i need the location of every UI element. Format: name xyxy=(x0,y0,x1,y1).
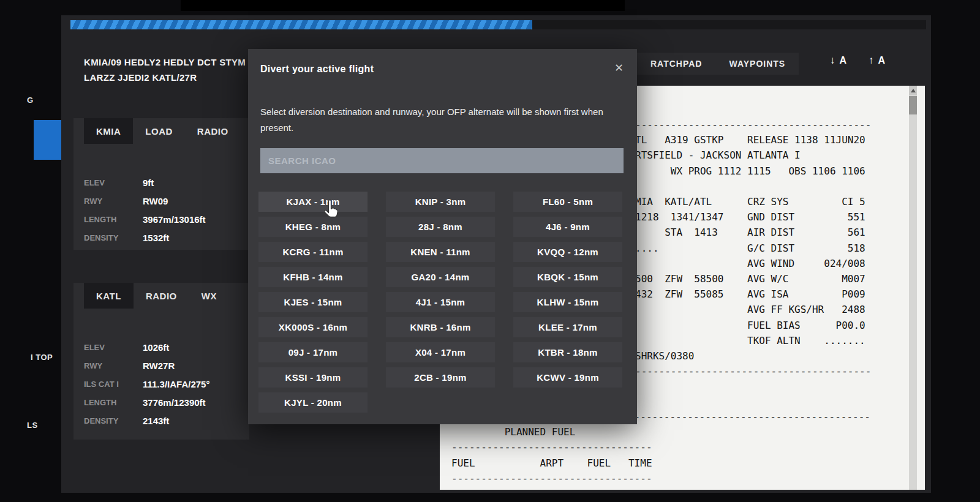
sidebar-item-fragment[interactable]: I TOP xyxy=(31,353,53,362)
ofp-text-line: ---------------------------------- xyxy=(451,440,870,455)
ofp-text-line: FUEL ARPT FUEL TIME xyxy=(451,455,870,471)
ofp-view-tabs: RATCHPAD WAYPOINTS xyxy=(637,53,799,75)
divert-airport-button[interactable]: KSSI - 19nm xyxy=(258,367,368,388)
ofp-text-line xyxy=(635,179,871,194)
divert-airport-button[interactable]: 28J - 8nm xyxy=(386,217,495,237)
divert-airport-button[interactable]: KJAX - 1nm xyxy=(258,192,368,212)
info-value: RW09 xyxy=(143,196,168,206)
origin-airport-info: ELEV 9ft RWY RW09 LENGTH 3967m/13016ft D… xyxy=(74,173,249,247)
ofp-text-line: SHRKS/0380 xyxy=(635,348,871,364)
ofp-text-line: ---------------------------------------- xyxy=(635,364,871,379)
info-row: ILS CAT I 111.3/IAFA/275° xyxy=(84,375,249,393)
divert-airport-button[interactable]: 4J1 - 15nm xyxy=(386,292,495,312)
info-value: 1026ft xyxy=(143,342,169,353)
divert-airport-button[interactable]: KHEG - 8nm xyxy=(258,217,368,237)
tab-scratchpad[interactable]: RATCHPAD xyxy=(637,53,715,75)
divert-airport-button[interactable]: GA20 - 14nm xyxy=(386,267,495,287)
info-label: LENGTH xyxy=(84,215,143,224)
ofp-header-block: ----------------------------------------… xyxy=(635,117,871,379)
ofp-text-line: WX PROG 1112 1115 OBS 1106 1106 xyxy=(635,163,871,179)
ofp-text-line: AVG FF KGS/HR 2488 xyxy=(635,302,871,317)
ofp-text-line: TL A319 GSTKP RELEASE 1138 11JUN20 xyxy=(635,132,871,148)
divert-airport-button[interactable]: XK000S - 16nm xyxy=(258,317,368,337)
scrollbar-thumb[interactable] xyxy=(909,96,917,114)
tab-radio[interactable]: RADIO xyxy=(185,118,241,144)
info-label: ELEV xyxy=(84,343,143,352)
font-letter: A xyxy=(878,55,886,66)
flight-route: KMIA/09 HEDLY2 HEDLY DCT STYM LARZZ JJED… xyxy=(84,54,246,85)
close-icon[interactable]: ✕ xyxy=(614,61,624,75)
info-value: 111.3/IAFA/275° xyxy=(143,379,209,389)
tab-wx[interactable]: WX xyxy=(189,283,229,309)
ofp-text-line: STA 1413 AIR DIST 561 xyxy=(635,225,871,240)
arrow-up-icon: ↑ xyxy=(869,54,874,67)
divert-airport-button[interactable]: FL60 - 5nm xyxy=(513,192,622,212)
info-label: DENSITY xyxy=(84,233,143,242)
destination-panel-tabs: KATL RADIO WX xyxy=(74,283,249,309)
tab-katl[interactable]: KATL xyxy=(84,283,134,309)
origin-panel-tabs: KMIA LOAD RADIO xyxy=(74,118,249,144)
divert-airport-button[interactable]: 2CB - 19nm xyxy=(386,367,495,388)
info-row: ELEV 1026ft xyxy=(84,338,249,356)
decrease-font-button[interactable]: ↓ A xyxy=(830,54,846,67)
info-row: RWY RW09 xyxy=(84,192,249,210)
ofp-text-line: .... G/C DIST 518 xyxy=(635,241,871,256)
flight-progress-bar xyxy=(70,20,926,29)
divert-airport-button[interactable]: KLHW - 15nm xyxy=(513,292,622,312)
divert-airport-button[interactable]: KBQK - 15nm xyxy=(513,267,622,287)
divert-airport-button[interactable]: 4J6 - 9nm xyxy=(513,217,622,237)
top-bar-inset xyxy=(181,0,625,11)
tab-radio[interactable]: RADIO xyxy=(134,283,189,309)
modal-description: Select diversion destination and runway,… xyxy=(260,104,620,136)
font-size-controls: ↓ A ↑ A xyxy=(830,54,885,67)
triangle-up-icon xyxy=(911,89,916,92)
ofp-scrollbar[interactable] xyxy=(909,86,917,490)
info-value: 3776m/12390ft xyxy=(143,397,206,408)
info-value: 2143ft xyxy=(143,416,169,426)
sidebar-item-fragment[interactable]: LS xyxy=(27,421,38,430)
info-row: RWY RW27R xyxy=(84,356,249,375)
route-line-1: KMIA/09 HEDLY2 HEDLY DCT STYM xyxy=(84,54,246,70)
info-label: RWY xyxy=(84,361,143,370)
destination-airport-panel: KATL RADIO WX ELEV 1026ft RWY RW27R ILS … xyxy=(74,283,249,440)
ofp-text-line: ---------------------------------- xyxy=(451,471,870,486)
tab-waypoints[interactable]: WAYPOINTS xyxy=(715,53,799,75)
divert-airport-button[interactable]: KJYL - 20nm xyxy=(258,392,368,413)
divert-airport-button[interactable]: KFHB - 14nm xyxy=(258,267,368,287)
search-icao-input[interactable] xyxy=(260,148,624,173)
destination-airport-info: ELEV 1026ft RWY RW27R ILS CAT I 111.3/IA… xyxy=(74,338,249,430)
ofp-text-line: AVG WIND 024/008 xyxy=(635,256,871,271)
sidebar-selected-item[interactable] xyxy=(34,120,61,160)
ofp-text-line: ---------------------------------------- xyxy=(635,117,871,132)
info-value: 1532ft xyxy=(143,233,169,243)
tab-load[interactable]: LOAD xyxy=(133,118,185,144)
info-value: RW27R xyxy=(143,361,175,371)
divert-airport-button[interactable]: KLEE - 17nm xyxy=(513,317,622,337)
ofp-text-line: FUEL BIAS P00.0 xyxy=(635,318,871,333)
ofp-text-line: PLANNED FUEL xyxy=(451,424,870,440)
ofp-text-line: TKOF ALTN ....... xyxy=(635,333,871,348)
scroll-up-arrow[interactable] xyxy=(909,86,917,95)
sidebar-item-fragment[interactable]: G xyxy=(27,96,34,105)
divert-airport-button[interactable]: KNEN - 11nm xyxy=(386,242,495,262)
divert-airport-button[interactable]: KTBR - 18nm xyxy=(513,342,622,362)
tab-kmia[interactable]: KMIA xyxy=(84,118,133,144)
origin-airport-panel: KMIA LOAD RADIO ELEV 9ft RWY RW09 LENGTH… xyxy=(74,118,249,250)
arrow-down-icon: ↓ xyxy=(830,54,835,67)
screen: G I TOP LS KMIA/09 HEDLY2 HEDLY DCT STYM… xyxy=(0,0,980,502)
divert-airport-button[interactable]: KCRG - 11nm xyxy=(258,242,368,262)
divert-modal: Divert your active flight ✕ Select diver… xyxy=(248,49,637,424)
increase-font-button[interactable]: ↑ A xyxy=(869,54,885,67)
ofp-text-line: 432 ZFW 55085 AVG ISA P009 xyxy=(635,287,871,302)
divert-airport-button[interactable]: X04 - 17nm xyxy=(386,342,495,362)
divert-airport-button[interactable]: KVQQ - 12nm xyxy=(513,242,622,262)
divert-airport-button[interactable]: KNIP - 3nm xyxy=(386,192,495,212)
info-row: DENSITY 1532ft xyxy=(84,228,249,247)
divert-airport-button[interactable]: KNRB - 16nm xyxy=(386,317,495,337)
info-label: ILS CAT I xyxy=(84,380,143,389)
divert-airport-button[interactable]: KCWV - 19nm xyxy=(513,367,622,388)
info-label: RWY xyxy=(84,197,143,206)
divert-airport-button[interactable]: 09J - 17nm xyxy=(258,342,368,362)
info-label: LENGTH xyxy=(84,398,143,407)
divert-airport-button[interactable]: KJES - 15nm xyxy=(258,292,368,312)
